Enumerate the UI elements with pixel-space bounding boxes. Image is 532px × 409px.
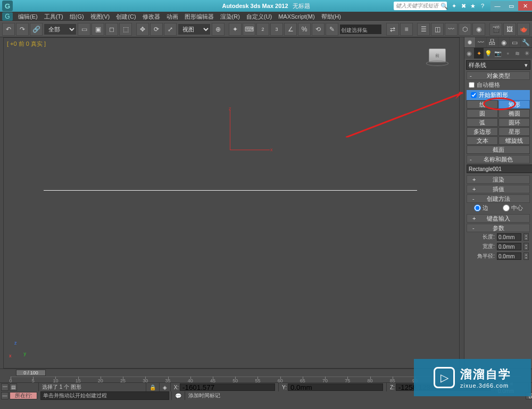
ellipse-button[interactable]: 椭圆 [498, 109, 530, 118]
lock-selection-icon[interactable]: 🔒 [149, 385, 156, 390]
select-by-name-button165[interactable]: ▣ [92, 23, 104, 36]
method-center-radio[interactable]: 中心 [503, 204, 523, 212]
time-slider-thumb[interactable]: 0 / 100 [16, 370, 46, 376]
angle-snap-button[interactable]: ∠ [284, 23, 297, 36]
motion-tab-icon[interactable]: ◉ [498, 37, 510, 47]
method-edge-radio[interactable]: 边 [474, 204, 488, 212]
help-icon[interactable]: ? [478, 2, 487, 10]
named-selection-input[interactable]: 创建选择集 [339, 24, 382, 35]
favorite-icon[interactable]: ★ [469, 2, 477, 10]
text-button[interactable]: 文本 [467, 136, 498, 145]
systems-icon[interactable]: ✳ [522, 48, 532, 59]
viewport-label[interactable]: [ +0 前 0 真实 ] [7, 40, 46, 48]
rendered-frame-button[interactable]: 🖼 [503, 23, 516, 36]
section-button[interactable]: 截面 [467, 145, 530, 154]
redo-button[interactable]: ↷ [16, 23, 29, 36]
rollout-name-color[interactable]: -名称和颜色 [467, 155, 530, 163]
circle-button[interactable]: 圆 [467, 109, 498, 118]
start-new-shape-checkbox[interactable] [471, 92, 477, 98]
coord-y-input[interactable] [288, 383, 383, 391]
corner-radius-spinner-arrows[interactable]: ▲▼ [523, 252, 529, 260]
menu-group[interactable]: 组(G) [68, 13, 86, 21]
render-production-button[interactable]: 🫖 [517, 23, 530, 36]
ngon-button[interactable]: 多边形 [467, 127, 498, 136]
rollout-keyboard-entry[interactable]: +键盘输入 [467, 214, 530, 223]
link-button[interactable]: 🔗 [30, 23, 43, 36]
comm-center-icon[interactable]: 💬 [175, 393, 181, 399]
menu-tools[interactable]: 工具(T) [42, 13, 65, 21]
rollout-parameters[interactable]: -参数 [467, 224, 530, 232]
shape-category-dropdown[interactable]: 样条线▾ [466, 60, 530, 70]
donut-button[interactable]: 圆环 [498, 118, 530, 127]
hierarchy-tab-icon[interactable]: 品 [487, 37, 498, 47]
create-tab-icon[interactable]: ✹ [464, 37, 476, 47]
maxscript-mini-listener-icon[interactable]: 〰 [1, 383, 9, 391]
menu-edit[interactable]: 编辑(E) [16, 13, 40, 21]
arc-button[interactable]: 弧 [467, 118, 498, 127]
curve-editor-button[interactable]: 〰 [445, 23, 458, 36]
viewport[interactable]: [ +0 前 0 真实 ] 前 z x z y x [3, 37, 460, 369]
select-scale-button[interactable]: ⤢ [164, 23, 177, 36]
menu-customize[interactable]: 自定义(U) [244, 13, 274, 21]
length-spinner[interactable] [497, 233, 521, 241]
percent-snap-button[interactable]: % [298, 23, 311, 36]
rollout-render[interactable]: +渲染 [467, 175, 530, 184]
spinner-snap-button[interactable]: ⟲ [312, 23, 325, 36]
add-time-tag[interactable]: 添加时间标记 [188, 392, 220, 399]
select-manipulate-button[interactable]: ✦ [229, 23, 242, 36]
keyboard-shortcut-button[interactable]: ⌨ [243, 23, 255, 36]
align-button[interactable]: ≡ [400, 23, 413, 36]
rollout-interpolation[interactable]: +插值 [467, 185, 530, 193]
star-button[interactable]: 星形 [498, 127, 530, 136]
length-spinner-arrows[interactable]: ▲▼ [523, 233, 529, 241]
maximize-button[interactable]: ▭ [504, 1, 518, 11]
menu-help[interactable]: 帮助(H) [319, 13, 343, 21]
search-icon[interactable]: 🔍 [440, 2, 448, 10]
close-button[interactable]: ✕ [518, 1, 532, 11]
menu-graph-editors[interactable]: 图形编辑器 [182, 13, 216, 21]
mirror-button[interactable]: ⇄ [386, 23, 399, 36]
spacewarps-icon[interactable]: ≋ [513, 48, 522, 59]
layer-manager-button[interactable]: ☰ [417, 23, 430, 36]
line-button[interactable]: 线 [467, 100, 498, 109]
rectangle-button[interactable]: 矩形 [498, 100, 530, 109]
selection-filter-dropdown[interactable]: 全部 [44, 23, 77, 35]
render-setup-button[interactable]: 🎬 [489, 23, 502, 36]
select-move-button[interactable]: ✥ [136, 23, 149, 36]
undo-button[interactable]: ↶ [2, 23, 15, 36]
schematic-view-button[interactable]: ⬡ [459, 23, 471, 36]
corner-radius-spinner[interactable] [497, 252, 521, 260]
ref-coord-dropdown[interactable]: 视图 [178, 23, 211, 35]
app-logo-icon[interactable]: G [2, 1, 13, 11]
width-spinner-arrows[interactable]: ▲▼ [523, 243, 529, 250]
menu-modifiers[interactable]: 修改器 [140, 13, 162, 21]
isolate-icon[interactable]: ◈ [163, 385, 167, 390]
graphite-button[interactable]: ◫ [431, 23, 444, 36]
helix-button[interactable]: 螺旋线 [498, 136, 530, 145]
minimize-button[interactable]: — [491, 1, 504, 11]
utilities-tab-icon[interactable]: 🔧 [521, 37, 532, 47]
viewcube[interactable]: 前 [426, 48, 448, 71]
shapes-icon[interactable]: ✦ [474, 48, 484, 59]
object-name-input[interactable] [467, 165, 532, 173]
menu-rendering[interactable]: 渲染(R) [218, 13, 242, 21]
menu-create[interactable]: 创建(C) [114, 13, 138, 21]
rollout-creation-method[interactable]: -创建方法 [467, 194, 530, 203]
display-tab-icon[interactable]: ▭ [510, 37, 521, 47]
viewcube-ring[interactable] [426, 61, 448, 66]
material-editor-button[interactable]: ◉ [472, 23, 485, 36]
edit-named-sel-button[interactable]: ✎ [326, 23, 338, 36]
menu-views[interactable]: 视图(V) [88, 13, 112, 21]
helpers-icon[interactable]: ▫ [503, 48, 513, 59]
menu-maxscript[interactable]: MAXScript(M) [276, 13, 317, 20]
rollout-object-type[interactable]: -对象类型 [467, 71, 530, 80]
select-rotate-button[interactable]: ⟳ [150, 23, 163, 36]
snap-toggle-2d-button[interactable]: 2 [256, 23, 269, 36]
auto-grid-checkbox[interactable] [469, 82, 475, 88]
rectangular-selection-button[interactable]: ◻ [105, 23, 118, 36]
use-pivot-center-button[interactable]: ⊕ [212, 23, 225, 36]
window-crossing-button[interactable]: ⬚ [119, 23, 132, 36]
lights-icon[interactable]: 💡 [484, 48, 493, 59]
geometry-icon[interactable]: ◉ [464, 48, 474, 59]
cameras-icon[interactable]: 📷 [493, 48, 503, 59]
